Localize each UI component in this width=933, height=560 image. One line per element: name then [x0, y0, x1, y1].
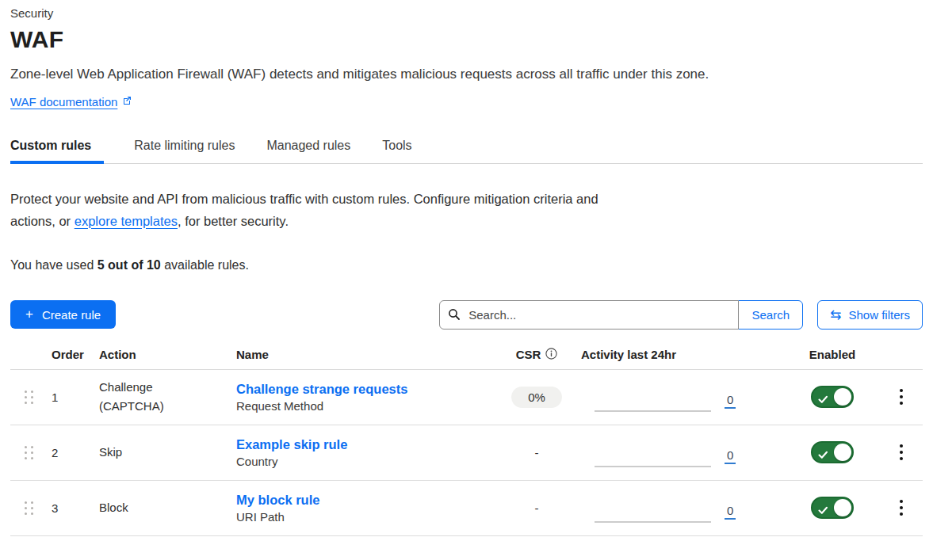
tab-managed-rules[interactable]: Managed rules: [266, 132, 352, 163]
rule-csr: -: [535, 501, 539, 515]
toggle-knob: [834, 499, 851, 516]
column-header-name: Name: [236, 348, 497, 361]
external-link-icon: [122, 94, 132, 109]
drag-handle-icon[interactable]: [25, 390, 34, 404]
tab-tools[interactable]: Tools: [382, 132, 413, 163]
tab-rate-limiting-rules[interactable]: Rate limiting rules: [134, 132, 236, 163]
rule-name-link[interactable]: Example skip rule: [236, 437, 497, 452]
waf-page: Security WAF Zone-level Web Application …: [0, 0, 933, 536]
rule-name-cell: My block rule URI Path: [236, 493, 497, 524]
rule-activity-cell: 0: [576, 370, 785, 425]
search-combo: Search: [439, 300, 803, 330]
check-icon: [818, 504, 828, 518]
rule-action: Block: [99, 498, 178, 517]
waf-documentation-link[interactable]: WAF documentation: [10, 94, 132, 109]
activity-sparkline: [595, 499, 711, 523]
search-input[interactable]: [439, 300, 739, 330]
rule-order: 1: [52, 390, 99, 404]
rule-enabled-cell: [811, 441, 854, 463]
waf-tabs: Custom rules Rate limiting rules Managed…: [10, 132, 923, 164]
rule-name-cell: Example skip rule Country: [236, 437, 497, 468]
activity-count-link[interactable]: 0: [725, 504, 736, 520]
rule-order: 2: [52, 446, 99, 459]
rules-usage-summary: You have used 5 out of 10 available rule…: [10, 258, 923, 272]
show-filters-label: Show filters: [848, 308, 910, 322]
explore-templates-link[interactable]: explore templates: [75, 214, 178, 228]
csr-header-label: CSR: [516, 348, 541, 361]
drag-handle-icon[interactable]: [25, 501, 34, 515]
row-menu-kebab-icon[interactable]: [895, 497, 908, 519]
rule-action: Challenge (CAPTCHA): [99, 378, 178, 416]
plus-icon: +: [25, 307, 33, 322]
csr-badge: 0%: [511, 387, 562, 408]
check-icon: [818, 393, 828, 407]
table-row: 1 Challenge (CAPTCHA) Challenge strange …: [10, 370, 923, 425]
rule-field: Country: [236, 455, 497, 468]
activity-count-link[interactable]: 0: [725, 393, 736, 409]
rule-csr: 0%: [511, 390, 562, 404]
rule-action: Skip: [99, 443, 178, 462]
rule-csr: -: [535, 446, 539, 459]
row-menu-kebab-icon[interactable]: [895, 386, 908, 408]
rule-field: URI Path: [236, 510, 497, 524]
waf-documentation-label[interactable]: WAF documentation: [10, 95, 117, 109]
show-filters-button[interactable]: ⇆ Show filters: [817, 300, 923, 330]
breadcrumb-security: Security: [10, 6, 923, 20]
search-button[interactable]: Search: [738, 300, 803, 330]
table-row: 2 Skip Example skip rule Country - 0: [10, 425, 923, 481]
table-header-row: Order Action Name CSR Activity last 24hr…: [10, 348, 923, 370]
column-header-order: Order: [52, 348, 99, 361]
search-box: [439, 300, 739, 330]
column-header-csr: CSR: [516, 348, 558, 362]
page-title: WAF: [10, 26, 923, 53]
rule-order: 3: [52, 501, 99, 515]
enabled-toggle[interactable]: [811, 441, 854, 463]
enabled-toggle[interactable]: [811, 386, 854, 408]
rule-activity-cell: 0: [576, 481, 785, 535]
usage-count: 5 out of 10: [98, 258, 161, 272]
rules-toolbar: + Create rule Search ⇆ Show filters: [10, 300, 923, 330]
rule-field: Request Method: [236, 399, 497, 413]
toggle-knob: [834, 388, 851, 406]
table-row: 3 Block My block rule URI Path - 0: [10, 481, 923, 536]
column-header-enabled: Enabled: [809, 348, 855, 361]
page-description: Zone-level Web Application Firewall (WAF…: [10, 67, 923, 82]
rule-enabled-cell: [811, 386, 854, 408]
rule-name-link[interactable]: Challenge strange requests: [236, 382, 497, 397]
check-icon: [818, 448, 828, 463]
info-icon[interactable]: [545, 348, 557, 362]
activity-count-link[interactable]: 0: [725, 448, 736, 464]
toggle-knob: [834, 444, 851, 461]
column-header-action: Action: [99, 348, 236, 361]
swap-arrows-icon: ⇆: [830, 308, 841, 322]
toolbar-right-group: Search ⇆ Show filters: [439, 300, 923, 330]
usage-text-after: available rules.: [161, 258, 249, 272]
enabled-toggle[interactable]: [811, 497, 854, 519]
column-header-activity: Activity last 24hr: [576, 348, 785, 361]
usage-text-before: You have used: [10, 258, 98, 272]
activity-sparkline: [595, 444, 711, 467]
search-icon: [448, 308, 461, 324]
rule-activity-cell: 0: [576, 425, 785, 480]
drag-handle-icon[interactable]: [25, 446, 34, 459]
custom-rules-intro: Protect your website and API from malici…: [10, 188, 601, 232]
rule-enabled-cell: [811, 497, 854, 519]
rule-name-cell: Challenge strange requests Request Metho…: [236, 382, 497, 413]
create-rule-button[interactable]: + Create rule: [10, 300, 116, 329]
create-rule-label: Create rule: [42, 308, 101, 322]
rule-name-link[interactable]: My block rule: [236, 493, 497, 508]
intro-text-after: , for better security.: [178, 214, 289, 228]
activity-sparkline: [595, 388, 711, 412]
tab-custom-rules[interactable]: Custom rules: [10, 132, 104, 163]
custom-rules-table: Order Action Name CSR Activity last 24hr…: [10, 348, 923, 536]
row-menu-kebab-icon[interactable]: [895, 441, 908, 463]
